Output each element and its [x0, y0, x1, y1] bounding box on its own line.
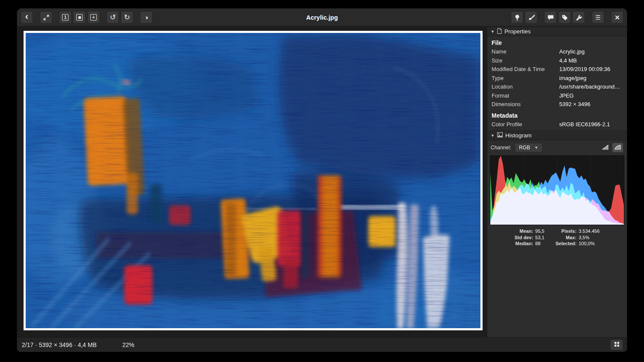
prop-label: Size [492, 57, 559, 65]
close-icon: × [615, 13, 620, 22]
histogram-plot [490, 156, 624, 225]
stat-value: 53,1 [535, 235, 544, 240]
status-zoom-level: 22% [122, 341, 134, 348]
prop-row-format: Format JPEG [487, 92, 627, 101]
tag-icon [561, 14, 568, 21]
prop-value: sRGB IEC61966-2.1 [559, 121, 613, 128]
stat-value: 3.534.456 [578, 228, 599, 234]
properties-title: Properties [504, 28, 531, 35]
brush-icon [528, 14, 535, 21]
histogram-log-button[interactable] [612, 142, 623, 153]
file-section-title: File [487, 36, 627, 47]
stat-label: Std dev: [515, 235, 533, 240]
channel-dropdown[interactable]: RGB ▼ [515, 143, 543, 152]
status-bar: 2/17 · 5392 × 3496 · 4,4 MB 22% [17, 337, 627, 352]
prop-label: Dimensions [492, 101, 559, 108]
stat-label: Max: [555, 235, 576, 240]
prop-row-type: Type image/jpeg [487, 74, 627, 83]
document-icon [497, 28, 502, 35]
rotate-left-button[interactable]: ↺ [107, 11, 119, 24]
prop-value: JPEG [559, 92, 576, 100]
chevron-down-icon: ▼ [491, 30, 495, 34]
metadata-section-title: Metadata [487, 109, 627, 120]
adjust-colors-button[interactable]: ◑ [140, 11, 152, 24]
prop-label: Color Profile [492, 121, 559, 128]
prop-label: Modified Date & Time [492, 66, 559, 73]
lightbulb-icon [514, 14, 521, 21]
stat-label: Median: [515, 241, 533, 246]
thumbnail-pane-toggle-button[interactable] [610, 339, 623, 350]
prop-row-size: Size 4,4 MB [487, 56, 627, 65]
prop-row-name: Name Acrylic.jpg [487, 47, 627, 56]
histogram-plot-container [490, 155, 624, 225]
chevron-down-icon: ▼ [491, 134, 495, 138]
rotate-right-button[interactable]: ↻ [121, 11, 133, 24]
stats-left-column: Mean: 95,5 Std dev: 53,1 Median: 88 [515, 228, 545, 246]
rotate-left-icon: ↺ [110, 13, 116, 22]
fullscreen-button[interactable] [40, 11, 52, 24]
back-icon: ‹ [25, 17, 28, 18]
back-button[interactable]: ‹ [21, 11, 33, 24]
prop-value: image/jpeg [559, 75, 589, 82]
stat-value: 100,0% [578, 241, 599, 246]
prop-value: 4,4 MB [559, 57, 579, 65]
histogram-linear-button[interactable] [599, 142, 611, 153]
channel-label: Channel: [491, 145, 511, 151]
image-viewport[interactable] [17, 27, 487, 337]
prop-value: Acrylic.jpg [559, 48, 587, 56]
stat-value: 88 [535, 241, 544, 246]
wrench-icon [575, 14, 582, 21]
stat-label: Selected: [555, 241, 576, 246]
properties-section-header[interactable]: ▼ Properties [487, 27, 627, 36]
prop-row-modified: Modified Date & Time 13/09/2019 00:09:36 [487, 65, 627, 74]
menu-icon: ☰ [595, 14, 601, 21]
comment-icon [547, 14, 554, 21]
main-content: ▼ Properties File Name Acrylic.jpg Size … [17, 27, 627, 337]
zoom-fit-icon [76, 14, 83, 21]
edit-button[interactable] [525, 11, 537, 24]
menu-button[interactable]: ☰ [592, 11, 604, 24]
prop-value: 13/09/2019 00:09:36 [559, 66, 613, 73]
fullscreen-icon [43, 14, 50, 21]
close-button[interactable]: × [611, 11, 623, 24]
tags-button[interactable] [558, 11, 571, 24]
image-icon [497, 132, 503, 139]
zoom-original-button[interactable]: 1 [59, 11, 72, 24]
channel-value: RGB [519, 145, 530, 151]
rotate-right-icon: ↻ [124, 13, 130, 22]
histogram-title: Histogram [505, 132, 532, 139]
status-position-text: 2/17 · 5392 × 3496 · 4,4 MB [21, 341, 97, 348]
stats-right-column: Pixels: 3.534.456 Max: 3,5% Selected: 10… [555, 228, 599, 246]
linear-histogram-icon [602, 145, 608, 151]
grid-icon [614, 341, 620, 348]
stat-value: 3,5% [578, 235, 599, 240]
stat-value: 95,5 [535, 228, 544, 234]
chevron-down-icon: ▼ [534, 145, 538, 150]
histogram-section-header[interactable]: ▼ Histogram [487, 131, 627, 140]
zoom-fit-button[interactable] [73, 11, 86, 24]
prop-row-dimensions: Dimensions 5392 × 3496 [487, 100, 627, 109]
stat-label: Mean: [515, 228, 533, 234]
prop-label: Location [492, 83, 559, 91]
prop-label: Name [492, 48, 559, 56]
prop-value: /usr/share/background… [559, 83, 623, 91]
comment-button[interactable] [544, 11, 557, 24]
histogram-stats: Mean: 95,5 Std dev: 53,1 Median: 88 Pixe… [487, 225, 627, 249]
zoom-in-icon: + [90, 14, 97, 21]
prop-row-color-profile: Color Profile sRGB IEC61966-2.1 [487, 120, 627, 129]
header-bar: Acrylic.jpg ‹ 1 + ↺ ↻ [17, 9, 627, 27]
log-histogram-icon [614, 145, 621, 151]
prop-row-location: Location /usr/share/background… [487, 83, 627, 92]
stat-label: Pixels: [555, 228, 576, 234]
zoom-original-icon: 1 [62, 14, 69, 21]
image-frame [24, 31, 483, 330]
tools-button[interactable] [572, 11, 585, 24]
properties-sidebar: ▼ Properties File Name Acrylic.jpg Size … [487, 27, 627, 337]
zoom-in-button[interactable]: + [87, 11, 100, 24]
app-window: Acrylic.jpg ‹ 1 + ↺ ↻ [17, 9, 627, 352]
properties-toggle-button[interactable] [511, 11, 523, 24]
prop-label: Format [492, 92, 559, 100]
histogram-channel-row: Channel: RGB ▼ [487, 140, 627, 155]
adjust-colors-icon: ◑ [144, 14, 148, 21]
prop-value: 5392 × 3496 [559, 101, 593, 108]
